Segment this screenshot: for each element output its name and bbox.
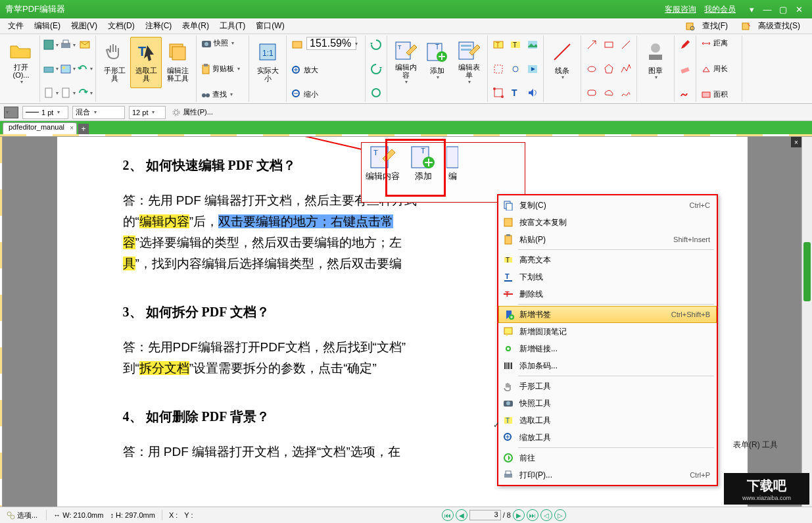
rotate-left-button[interactable] <box>368 37 384 53</box>
settings-icon[interactable]: ▾ <box>744 3 759 16</box>
freehand-button[interactable] <box>618 85 634 101</box>
edit-form-button[interactable]: 编辑表单 <box>453 37 485 88</box>
rounded-rect-button[interactable] <box>584 85 600 101</box>
menu-document[interactable]: 文档(D) <box>103 18 140 34</box>
text-tool-button[interactable]: T <box>508 85 523 101</box>
prev-page-button[interactable]: ◀ <box>456 509 467 521</box>
close-panel-button[interactable]: × <box>791 137 801 147</box>
highlight-field-button[interactable]: T <box>490 37 506 53</box>
menu-edit[interactable]: 编辑(E) <box>29 18 66 34</box>
line-shape-button[interactable] <box>618 37 634 53</box>
ctx-hand[interactable]: 手形工具 <box>498 378 717 395</box>
select-tool-button[interactable]: T 选取工具 <box>130 37 162 88</box>
eraser-button[interactable] <box>677 61 693 77</box>
ctx-copy-rich[interactable]: 按富文本复制 <box>498 214 717 231</box>
ctx-highlight[interactable]: T高亮文本 <box>498 251 717 268</box>
menu-file[interactable]: 文件 <box>3 18 29 34</box>
document-tab[interactable]: pdfeditor_manual × <box>3 122 77 134</box>
stroke-width-combo[interactable]: 1 pt <box>22 106 68 119</box>
snapshot-button[interactable]: 快照 <box>199 37 246 49</box>
new-doc-button[interactable] <box>43 85 59 101</box>
ellipse-shape-button[interactable] <box>584 61 600 77</box>
email-button[interactable] <box>77 37 93 53</box>
rect-shape-button[interactable] <box>601 37 617 53</box>
print-button[interactable] <box>60 37 76 53</box>
blend-combo[interactable]: 混合 <box>72 106 125 119</box>
maximize-button[interactable]: ▢ <box>775 3 791 16</box>
nav-fwd-button[interactable]: ▷ <box>554 509 566 521</box>
vertical-scrollbar[interactable] <box>801 137 812 507</box>
rotate-right-button[interactable] <box>368 61 384 77</box>
ctx-bookmark[interactable]: 新增书签Ctrl+Shift+B <box>498 306 717 323</box>
undo-button[interactable] <box>77 61 93 77</box>
image-field-button[interactable] <box>525 37 540 53</box>
minimize-button[interactable]: — <box>759 3 775 16</box>
audio-button[interactable] <box>525 85 540 101</box>
ctx-paste[interactable]: 粘贴(P)Shift+Insert <box>498 231 717 248</box>
stamp-button[interactable]: 图章 <box>640 37 671 88</box>
ctx-underline[interactable]: T下划线 <box>498 268 717 286</box>
ink-button[interactable] <box>677 85 693 101</box>
arrow-shape-button[interactable] <box>584 37 600 53</box>
perimeter-button[interactable]: 周长 <box>699 62 739 75</box>
pencil-button[interactable] <box>677 37 693 53</box>
menu-view[interactable]: 视图(V) <box>66 18 103 34</box>
image-button[interactable] <box>60 61 76 77</box>
polygon-shape-button[interactable] <box>601 61 617 77</box>
member-link[interactable]: 我的会员 <box>704 4 736 15</box>
hand-tool-button[interactable]: 手形工具 <box>99 37 130 88</box>
fit-width-button[interactable] <box>289 37 305 53</box>
actual-size-button[interactable]: 1:1 实际大小 <box>252 37 283 88</box>
rotate-180-button[interactable] <box>368 85 384 101</box>
fill-color-picker[interactable] <box>4 107 18 118</box>
ctx-strike[interactable]: T删除线 <box>498 286 717 303</box>
open-button[interactable]: 打开(O)... <box>5 37 37 88</box>
ctx-link[interactable]: 新增链接... <box>498 340 717 357</box>
find-tool-button[interactable]: 查找 <box>199 88 246 101</box>
polyline-shape-button[interactable] <box>618 61 634 77</box>
clipboard-button[interactable]: 剪贴板 <box>199 62 246 76</box>
ctx-snapshot[interactable]: 快照工具 <box>498 395 717 412</box>
scan-button[interactable] <box>43 61 59 77</box>
media-button[interactable] <box>525 61 540 77</box>
link-button[interactable] <box>508 61 523 77</box>
ctx-copy[interactable]: 复制(C)Ctrl+C <box>498 197 717 214</box>
ctx-sticky[interactable]: 新增固顶笔记 <box>498 323 717 340</box>
last-page-button[interactable]: ⏭ <box>527 509 538 521</box>
zoom-out-button[interactable]: 缩小 <box>289 87 362 101</box>
menu-tool[interactable]: 工具(T) <box>214 18 251 34</box>
zoom-value-combo[interactable]: 151.59% <box>306 37 356 50</box>
crop-button[interactable] <box>490 61 506 77</box>
redo-button[interactable] <box>77 85 93 101</box>
properties-button[interactable]: 属性(P)... <box>170 106 215 118</box>
ctx-barcode[interactable]: 添加条码... <box>498 357 717 374</box>
ctx-goto[interactable]: 前往 <box>498 449 717 466</box>
text-field-button[interactable]: T <box>508 37 523 53</box>
area-button[interactable]: 面积 <box>699 88 739 101</box>
edit-content-button[interactable]: T 编辑内容 <box>390 37 421 88</box>
menu-annotate[interactable]: 注释(C) <box>140 18 178 34</box>
blank-button[interactable] <box>60 85 76 101</box>
save-button[interactable] <box>43 37 59 53</box>
ctx-zoom[interactable]: 缩放工具 <box>498 429 717 446</box>
ctx-print[interactable]: 打印(P)...Ctrl+P <box>498 466 717 484</box>
font-size-combo[interactable]: 12 pt <box>129 106 166 119</box>
close-button[interactable]: ✕ <box>791 3 807 16</box>
first-page-button[interactable]: ⏮ <box>442 509 454 521</box>
zoom-in-button[interactable]: 放大 <box>289 64 362 77</box>
cloud-shape-button[interactable] <box>601 85 617 101</box>
options-button[interactable]: 选项... <box>4 509 39 522</box>
distance-button[interactable]: 距离 <box>699 37 739 49</box>
tab-close-icon[interactable]: × <box>70 124 74 132</box>
add-button[interactable]: T 添加 <box>421 37 453 88</box>
scrollbar-thumb[interactable] <box>803 242 811 301</box>
menu-form[interactable]: 表单(R) <box>177 18 214 34</box>
new-tab-button[interactable]: + <box>78 124 89 134</box>
lines-button[interactable]: 线条 <box>546 37 578 88</box>
find-button[interactable]: 查找(F) <box>681 17 737 35</box>
annotate-tool-button[interactable]: 编辑注释工具 <box>162 37 193 88</box>
next-page-button[interactable]: ▶ <box>513 509 525 521</box>
advanced-find-button[interactable]: 高级查找(S) <box>737 17 809 35</box>
resize-button[interactable] <box>490 85 506 101</box>
menu-window[interactable]: 窗口(W) <box>251 18 289 34</box>
